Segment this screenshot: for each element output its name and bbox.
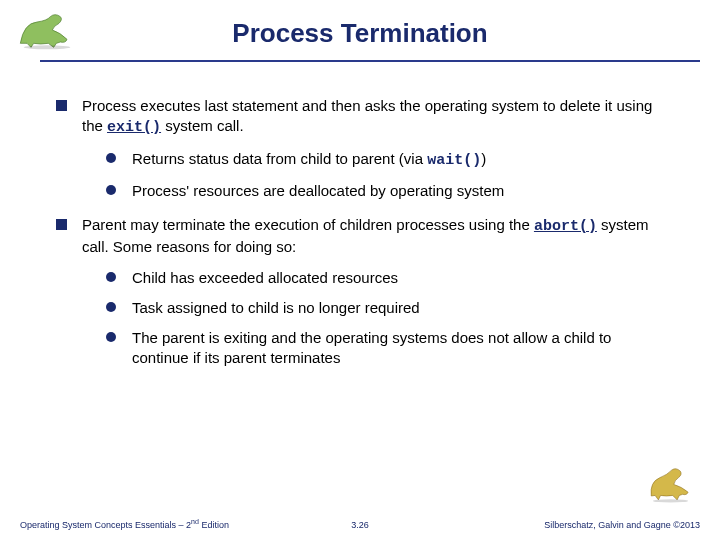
bullet-2: Parent may terminate the execution of ch… — [56, 215, 670, 369]
bullet-1-2: Process' resources are deallocated by op… — [106, 181, 670, 201]
bullet-2-3: The parent is exiting and the operating … — [106, 328, 670, 369]
text: system call. — [161, 117, 244, 134]
footer-right: Silberschatz, Galvin and Gagne ©2013 — [544, 520, 700, 530]
svg-point-0 — [24, 45, 71, 49]
text: Returns status data from child to parent… — [132, 150, 427, 167]
text: Parent may terminate the execution of ch… — [82, 216, 534, 233]
svg-point-1 — [653, 499, 688, 502]
code-wait: wait() — [427, 152, 481, 169]
code-exit: exit() — [107, 119, 161, 136]
footer: Operating System Concepts Essentials – 2… — [0, 512, 720, 532]
bullet-1-1: Returns status data from child to parent… — [106, 149, 670, 171]
page-title: Process Termination — [0, 0, 720, 49]
dinosaur-icon — [12, 10, 82, 50]
code-abort: abort() — [534, 218, 597, 235]
dinosaur-icon — [643, 465, 698, 505]
text: ) — [481, 150, 486, 167]
bullet-2-1: Child has exceeded allocated resources — [106, 268, 670, 288]
bullet-1: Process executes last statement and then… — [56, 96, 670, 201]
content-area: Process executes last statement and then… — [0, 70, 720, 369]
bullet-2-2: Task assigned to child is no longer requ… — [106, 298, 670, 318]
divider — [40, 60, 700, 62]
